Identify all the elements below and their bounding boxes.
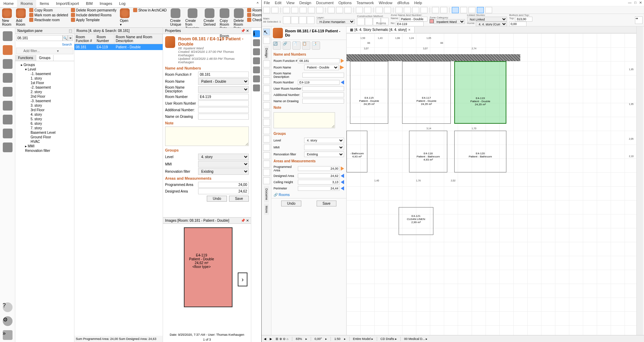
nav-back-button[interactable]: ◀ [264,337,266,341]
room-image[interactable]: E4-119 Patient - Double 24,62 m² <floor … [163,224,251,332]
push-left-icon[interactable] [341,186,344,190]
zone-name-input[interactable] [400,17,427,22]
search-link[interactable]: Search [15,42,74,47]
open-drofus-icon[interactable]: 📄 [292,41,301,50]
nav-pin-icon[interactable]: ⬚ [69,29,72,33]
curtain-tool[interactable] [263,144,270,151]
link-icon[interactable]: 🔗 [283,41,291,50]
items-icon[interactable] [253,48,260,55]
tree-item[interactable]: Basement Level [17,130,73,135]
stair-tool[interactable] [263,111,270,117]
pal-level-select[interactable]: 4. story [304,138,344,143]
shell-tool[interactable] [263,127,270,134]
items-icon[interactable]: 📋 [302,41,310,50]
pal-name-select[interactable]: Patient - Double [304,65,339,70]
sidetab-design[interactable]: Design [264,46,269,60]
delete-room-data-button[interactable]: Delete Room Data [231,8,246,31]
pal-desc-input[interactable] [302,73,344,78]
window-tool[interactable] [263,77,270,84]
new-room-button[interactable]: New Room ▾ [0,8,14,31]
redo-button[interactable] [271,7,278,13]
settings-icon[interactable]: ⚙ [3,316,13,326]
sidebar-page-icon[interactable] [3,142,13,152]
name-drawing-input[interactable] [198,114,249,120]
linked-select[interactable]: Not Linked [467,17,507,22]
renov-demo-button[interactable] [468,7,475,13]
push-left-icon[interactable] [341,80,344,84]
sidebar-items-icon[interactable] [3,59,13,69]
help-icon[interactable]: ? [3,302,13,312]
info-icon[interactable]: ℹ [253,30,260,37]
tree-level[interactable]: ▾ Level [17,67,73,72]
tree-item[interactable]: 4. story [17,112,73,117]
close-icon[interactable]: ✕ [246,29,249,33]
room-name-desc-select[interactable] [198,86,249,93]
tree-item[interactable]: 6. story [17,121,73,126]
autogroup-button[interactable] [421,7,427,13]
pal-renov-select[interactable]: Existing [304,152,344,157]
arrow-tool[interactable]: ↖ [263,28,270,35]
tree-item[interactable]: Ground Floor [17,135,73,139]
roof-tool[interactable] [263,119,270,126]
tab-items[interactable]: Items [36,0,52,7]
renov-select[interactable]: Existing [198,168,249,175]
edit-button[interactable] [291,7,298,13]
show-archicad-button[interactable]: Show in ArchiCAD [132,8,168,13]
beam-tool[interactable] [263,94,270,101]
renov-exist-button[interactable] [460,7,467,13]
save-button[interactable]: Save [229,196,249,202]
pal-user-input[interactable] [302,86,344,91]
include-deleted-button[interactable]: Include deleted Rooms [70,13,118,17]
suspend-button[interactable] [396,7,402,13]
model-filter[interactable]: Entire Model ▸ [353,337,373,341]
tree-item[interactable]: -2. basement [17,85,73,90]
room-e4115[interactable]: E4-115Patient - Double24,35 m² [350,61,388,124]
menu-edit[interactable]: Edit [275,1,282,5]
tree-item[interactable]: HVAC [17,139,73,144]
cd-drafts[interactable]: CD Drafts ▸ [381,337,397,341]
sidebar-logistics-icon[interactable] [3,101,13,111]
view-tab[interactable]: ▦ [4. 4. Story Schematic [4. 4. story] ✕ [347,27,415,33]
pal-prog-input[interactable] [298,166,340,171]
add-filter-button[interactable]: Add filter...▾ [16,48,73,54]
plane-button[interactable] [356,7,363,13]
object-tool[interactable] [263,161,270,168]
room-func-input[interactable] [198,72,249,78]
tree-item[interactable]: 3rd Floor [17,108,73,112]
des-area-input[interactable] [198,188,249,194]
wall-button[interactable] [300,7,307,13]
sidebar-building-icon[interactable] [3,115,13,124]
tab-groups[interactable]: Groups [36,55,54,61]
tree-renovation[interactable]: Renovation filter [17,148,73,153]
room-e4117[interactable]: E4-117Patient - Double24,35 m² [402,61,451,124]
tree-item[interactable]: 1st Floor [17,81,73,85]
col-room-function[interactable]: Room Function # [74,34,95,44]
sync-icon[interactable]: 🔄 [273,41,281,50]
rooms-indicator[interactable]: 🔗 Rooms [274,193,290,197]
tab-images[interactable]: Images [96,0,116,7]
renov-show-button[interactable] [477,7,484,13]
search-input[interactable] [16,35,63,41]
trim-button[interactable] [308,7,315,13]
renov-new-button[interactable] [452,7,459,13]
menu-view[interactable]: View [286,1,295,5]
pal-des-input[interactable] [298,173,340,178]
mark-deleted-button[interactable]: Mark room as deleted [28,13,70,17]
zone-tool[interactable] [263,169,270,176]
level-select[interactable]: 4. story [198,154,249,160]
undo-button[interactable]: Undo [207,196,227,202]
expand-icon[interactable]: » [3,330,13,340]
column-tool[interactable] [263,86,270,92]
skylight-tool[interactable] [263,136,270,142]
clipboard-icon[interactable]: 📑 [312,41,320,50]
sidetab-document[interactable]: Docume [264,186,269,202]
image-icon[interactable] [253,75,260,82]
tree-mmi[interactable]: ▸ MMI [17,144,73,148]
pal-number-input[interactable] [298,80,340,85]
more-icon[interactable] [253,84,260,91]
room-name-select[interactable]: Patient - Double [198,78,249,85]
list-row[interactable]: 08.181 E4-119 Patient - Double [74,44,163,50]
undo-button[interactable] [263,7,270,13]
tree-item[interactable]: -3. basement [17,99,73,103]
push-left-icon[interactable] [341,180,344,184]
